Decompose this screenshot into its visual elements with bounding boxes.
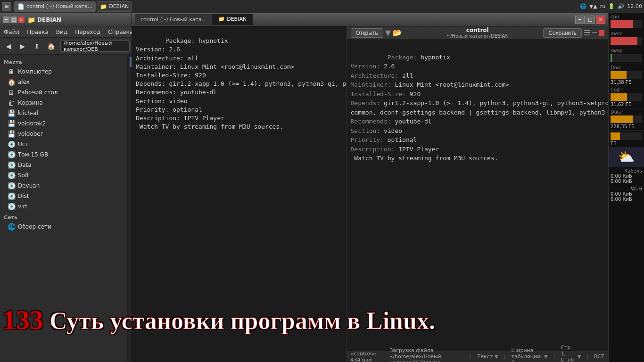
- sidebar-item-network[interactable]: 🌐 Обзор сети: [0, 222, 127, 232]
- term-line-7: Recommends: youtube-dl: [136, 89, 217, 96]
- fm-menu-view[interactable]: Вид: [54, 28, 69, 36]
- fm-menu-file[interactable]: Файл: [2, 28, 21, 36]
- rp-cpu-section: cpu: [609, 13, 644, 30]
- statusbar-position: Стр 1, Стлб 1 ▼: [561, 345, 581, 362]
- fm-menubar: Файл Правка Вид Переход Справка: [0, 26, 132, 38]
- fm-home-button[interactable]: 🏠: [44, 40, 58, 53]
- fm-minimize-button[interactable]: ─: [3, 16, 9, 23]
- fm-path-bar[interactable]: /home/alex/Новый каталог/DEB: [60, 41, 130, 52]
- tray-network-icon[interactable]: 🌐: [580, 3, 586, 9]
- weather-icon: ⛅: [611, 149, 642, 165]
- file-manager-window: ─ □ ✕ 📁 DEBIAN Файл Правка Вид Переход С…: [0, 13, 132, 362]
- main-area: control (~/ Новый ката... 📁 DEBIAN ─ □ ✕…: [132, 13, 608, 362]
- term-tab-1[interactable]: control (~/ Новый ката...: [135, 14, 213, 25]
- editor-save-button[interactable]: Сохранить: [543, 28, 582, 38]
- taskbar-right: 🌐 ▼▲ ru 🔋 🔊 12:00: [580, 3, 642, 9]
- term-line-1: Package: hypnotix: [165, 37, 228, 44]
- sidebar-item-ust[interactable]: 💿 Uст: [0, 139, 127, 149]
- taskbar: ⊞ 📄 control (~/ Новый ката... 📁 DEBIAN 🌐…: [0, 0, 644, 13]
- fm-menu-edit[interactable]: Правка: [25, 28, 50, 36]
- term-tab1-label: control (~/ Новый ката...: [140, 16, 206, 23]
- rp-cable-section: Кабель 0,00 КиБ 0,00 КиБ: [609, 167, 644, 185]
- fm-titlebar-controls: ─ □ ✕: [3, 16, 25, 23]
- sidebar-item-devuan[interactable]: 💽 Devuan: [0, 181, 127, 191]
- rp-weather-section: ⛅: [609, 148, 644, 167]
- disk-icon-6: 💽: [8, 203, 15, 210]
- term-line-5: Installed-Size: 920: [136, 72, 206, 79]
- editor-open-button[interactable]: Открыть: [351, 28, 383, 38]
- fm-filelist: 📄 control 📄 md5sums 📋 postinst: [128, 55, 132, 362]
- rp-dom-bar-container: [611, 71, 642, 79]
- sidebar-item-soft[interactable]: 💽 Soft: [0, 170, 127, 181]
- fm-network-header: Сеть: [0, 212, 127, 222]
- taskbar-left: ⊞ 📄 control (~/ Новый ката... 📁 DEBIAN: [2, 1, 132, 12]
- full-content: ─ □ ✕ 📁 DEBIAN Файл Правка Вид Переход С…: [0, 13, 644, 362]
- cd-icon-1: 💿: [8, 140, 15, 148]
- tray-volume-icon[interactable]: 🔊: [618, 3, 624, 9]
- term-maximize-btn[interactable]: □: [586, 16, 595, 24]
- term-line-9: Priority: optional: [136, 106, 202, 113]
- rp-extra-bar-container: [611, 132, 642, 140]
- sidebar-item-desktop[interactable]: 🖥 Рабочий стол: [0, 87, 127, 98]
- trash-icon: 🗑: [8, 99, 15, 107]
- app-menu-button[interactable]: ⊞: [2, 2, 11, 11]
- term-close-btn[interactable]: ✕: [596, 16, 605, 24]
- rp-mem-bar-container: [611, 37, 642, 45]
- editor-close-icon[interactable]: [599, 30, 604, 36]
- sidebar-item-voldorok2[interactable]: 💾 voldorok2: [0, 118, 127, 129]
- rp-swap-section: swap: [609, 47, 644, 64]
- file-item-control[interactable]: 📄 control: [130, 57, 132, 67]
- rp-extra-bar: [611, 132, 620, 140]
- tab-width-arrow: ▼: [544, 354, 548, 359]
- fm-menu-go[interactable]: Переход: [73, 28, 102, 36]
- rp-wifi-section: Wi-Fi 0,00 КиБ 0,00 КиБ: [609, 185, 644, 203]
- term-minimize-btn[interactable]: ─: [575, 16, 585, 24]
- fm-menu-help[interactable]: Справка: [106, 28, 135, 36]
- term-tab2-label: DEBIAN: [227, 16, 247, 22]
- fm-close-button[interactable]: ✕: [18, 16, 25, 23]
- tray-lang[interactable]: ru: [600, 3, 606, 9]
- sidebar-item-trash[interactable]: 🗑 Корзина: [0, 98, 127, 108]
- sidebar-item-dist[interactable]: 💽 Dist: [0, 191, 127, 201]
- rp-soft-section: Софт 31,62 ГБ: [609, 86, 644, 108]
- statusbar-tab-width[interactable]: Ширина табуляции: 8 ▼: [511, 347, 547, 362]
- editor-content[interactable]: Package: hypnotix Version: 2.6 Architect…: [347, 40, 609, 351]
- editor-minus-icon[interactable]: ─: [592, 28, 597, 37]
- drive-icon-1: 💾: [8, 109, 15, 117]
- rp-swap-bar: [611, 54, 612, 62]
- statusbar-text-mode[interactable]: Текст ▼: [477, 354, 498, 360]
- term-line-4: Maintainer: Linux Mint <root@linuxmint.c…: [136, 63, 295, 70]
- sidebar-item-klich[interactable]: 💾 klich-al: [0, 108, 127, 118]
- sidebar-item-tom15[interactable]: 💽 Том 15 GB: [0, 149, 127, 160]
- fm-forward-button[interactable]: ▶: [16, 40, 29, 53]
- term-tabs: control (~/ Новый ката... 📁 DEBIAN: [135, 14, 575, 25]
- text-mode-arrow: ▼: [495, 354, 498, 359]
- fm-maximize-button[interactable]: □: [10, 16, 17, 23]
- term-tab-2[interactable]: 📁 DEBIAN: [213, 14, 253, 25]
- file-item-postinst[interactable]: 📋 postinst: [130, 77, 132, 88]
- sidebar-item-voldober[interactable]: 💾 voldober: [0, 129, 127, 139]
- fm-back-button[interactable]: ◀: [2, 40, 15, 53]
- file-item-md5sums[interactable]: 📄 md5sums: [130, 67, 132, 77]
- sidebar-item-computer[interactable]: 🖥 Компьютер: [0, 66, 127, 77]
- term-line-8: Section: video: [136, 98, 188, 105]
- sidebar-item-virt[interactable]: 💽 virt: [0, 201, 127, 212]
- right-panel: cpu mem swap Дом 31,38 ГБ: [608, 13, 644, 362]
- sidebar-item-data[interactable]: 💽 Data: [0, 160, 127, 170]
- taskbar-tab-debian[interactable]: 📁 DEBIAN: [97, 1, 132, 12]
- drive-icon-3: 💾: [8, 130, 15, 138]
- taskbar-tab-control[interactable]: 📄 control (~/ Новый ката...: [14, 1, 96, 12]
- statusbar-file-info: «control»: 434 бай: [351, 351, 377, 362]
- fm-up-button[interactable]: ⬆: [30, 40, 43, 53]
- rp-mem-bar: [611, 37, 637, 45]
- editor-title-center: control ~/Новый каталог/DEBIAN: [446, 27, 509, 39]
- rp-cpu-bar: [611, 20, 633, 28]
- editor-statusbar: «control»: 434 бай | Загрузка файла «/ho…: [347, 351, 609, 362]
- statusbar-load-info: Загрузка файла «/home/alex/Новый каталог…: [390, 347, 464, 362]
- editor-panel: Открыть ▼ 📂 control ~/Новый каталог/DEBI…: [347, 26, 609, 362]
- editor-folder-icon[interactable]: 📂: [393, 28, 402, 37]
- editor-menu-icon[interactable]: ☰: [584, 28, 590, 37]
- rp-data-bar-container: [611, 115, 642, 123]
- sidebar-item-alex[interactable]: 🏠 alex: [0, 77, 127, 87]
- tray-battery-icon[interactable]: 🔋: [608, 3, 615, 9]
